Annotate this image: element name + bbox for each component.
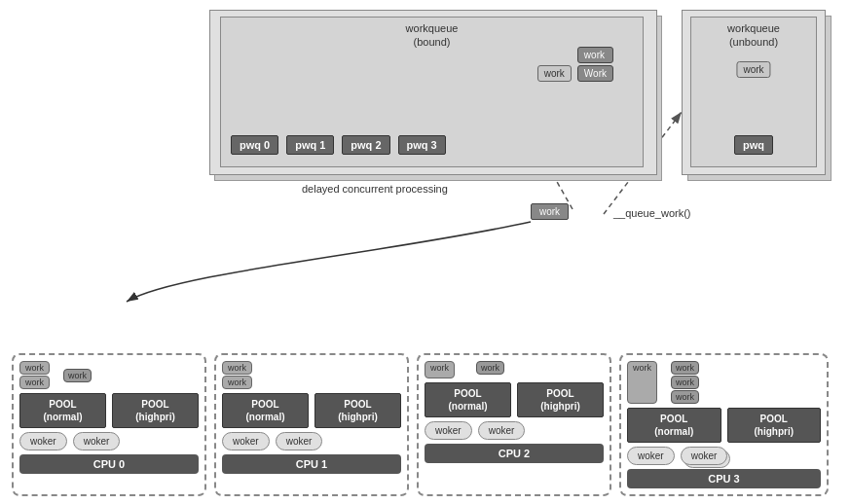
cpu1-woker-2: woker (276, 432, 323, 450)
cpu3-work-left: work (627, 361, 657, 404)
cpu0-woker-1: woker (19, 432, 67, 450)
work-junction-box: work (531, 203, 569, 220)
cpu0-woker-2: woker (73, 432, 121, 450)
work-item-3: Work (577, 65, 613, 82)
wq-bound-container: workqueue (bound) work work Work pwq 0 p… (209, 10, 657, 175)
cpu2-wokers: woker woker (425, 421, 604, 440)
cpu0-pool-normal: POOL (normal) (19, 393, 106, 428)
work-item-2: work (577, 47, 613, 63)
pwq-1: pwq 1 (286, 135, 334, 155)
cpu0-pool-highpri: POOL (highpri) (112, 393, 199, 428)
cpu2-work-1: work (425, 361, 455, 378)
cpu1-pool-highpri: POOL (highpri) (314, 393, 401, 428)
cpu2-pools: POOL (normal) POOL (highpri) (425, 382, 604, 417)
pwq-2: pwq 2 (342, 135, 389, 155)
cpu1-work-1: work (222, 361, 252, 375)
cpu3-work-r3: work (671, 390, 699, 404)
diagram: workqueue (bound) work work Work pwq 0 p… (0, 0, 850, 504)
cpu-3-box: work work work work POOL (normal) POOL (… (619, 353, 829, 496)
cpu3-work-r2: work (671, 376, 699, 389)
work-item-unbound: work (736, 61, 770, 78)
cpu1-wokers: woker woker (222, 432, 401, 450)
cpu3-woker-1: woker (627, 447, 675, 465)
cpu0-pools: POOL (normal) POOL (highpri) (19, 393, 199, 428)
cpu2-pool-normal: POOL (normal) (425, 382, 511, 417)
work-item-1: work (537, 65, 572, 82)
pwq-unbound-box: pwq (734, 135, 773, 155)
pwq-0: pwq 0 (231, 135, 278, 155)
wq-unbound-container: workqueue (unbound) work pwq (682, 10, 826, 175)
cpu1-works: work work (222, 361, 401, 389)
wq-unbound-work: work (736, 61, 770, 78)
cpu2-woker-2: woker (478, 421, 526, 440)
cpu3-pool-normal: POOL (normal) (627, 408, 721, 443)
wq-unbound-title: workqueue (unbound) (691, 18, 816, 50)
wq-bound-inner: workqueue (bound) work work Work pwq 0 p… (220, 17, 644, 167)
cpu-2-box: work work POOL (normal) POOL (highpri) w… (417, 353, 611, 496)
cpu3-pools: POOL (normal) POOL (highpri) (627, 408, 821, 443)
cpu3-wokers: woker woker woker (627, 447, 821, 465)
cpu0-label: CPU 0 (19, 454, 199, 474)
wq-bound-works: work work Work (537, 47, 613, 82)
cpu0-work-stack-left: work work (19, 361, 50, 389)
pwq-3: pwq 3 (398, 135, 446, 155)
queue-work-label: __queue_work() (613, 207, 691, 219)
cpu0-works: work work work (19, 361, 199, 389)
cpu3-work-r1: work (671, 361, 699, 375)
cpu0-work-3: work (63, 369, 92, 382)
cpu3-woker-stacked: woker woker (681, 447, 728, 465)
cpu2-pool-highpri: POOL (highpri) (517, 382, 604, 417)
cpu0-work-1: work (19, 361, 50, 375)
cpu2-works: work work (425, 361, 604, 378)
cpu1-pools: POOL (normal) POOL (highpri) (222, 393, 401, 428)
cpu1-work-stack: work work (222, 361, 252, 389)
cpu3-works: work work work work (627, 361, 821, 404)
cpu3-woker-2: woker (681, 447, 728, 465)
cpu0-work-right: work (63, 361, 92, 389)
delayed-label: delayed concurrent processing (302, 183, 448, 195)
cpu0-work-2: work (19, 376, 50, 389)
pwq-unbound: pwq (734, 135, 773, 155)
cpu0-wokers: woker woker (19, 432, 199, 450)
cpu2-label: CPU 2 (425, 444, 604, 463)
cpu1-woker-1: woker (222, 432, 270, 450)
cpu-0-box: work work work POOL (normal) POOL (highp… (12, 353, 206, 496)
pwq-row: pwq 0 pwq 1 pwq 2 pwq 3 (231, 135, 446, 155)
cpu3-pool-highpri: POOL (highpri) (727, 408, 822, 443)
cpu1-pool-normal: POOL (normal) (222, 393, 309, 428)
cpu2-work-2: work (476, 361, 504, 375)
cpu-row: work work work POOL (normal) POOL (highp… (12, 353, 838, 496)
cpu2-work-right: work (476, 361, 504, 378)
wq-unbound-inner: workqueue (unbound) work pwq (690, 17, 817, 167)
cpu3-label: CPU 3 (627, 469, 821, 488)
cpu1-work-2: work (222, 376, 252, 389)
cpu2-woker-1: woker (425, 421, 472, 440)
wq-bound-title: workqueue (bound) (221, 18, 643, 50)
cpu3-work-stack-right: work work work (671, 361, 699, 404)
cpu1-label: CPU 1 (222, 454, 401, 474)
cpu-1-box: work work POOL (normal) POOL (highpri) w… (214, 353, 409, 496)
work-stack: work Work (577, 47, 613, 82)
